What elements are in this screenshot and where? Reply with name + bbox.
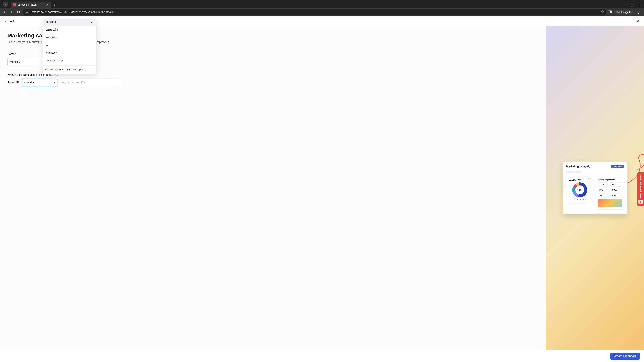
metric-cell: 700—	[598, 193, 609, 198]
dropdown-option-label: is	[46, 43, 48, 46]
dropdown-option-label: contains	[46, 20, 56, 23]
preview-pane: Marketing campaign + Add widget Top traf…	[546, 26, 644, 350]
metric-change: ▲	[606, 184, 608, 185]
dropdown-option[interactable]: matches regex	[43, 57, 96, 64]
metric-change: —	[619, 184, 620, 185]
plus-icon: +	[613, 165, 614, 167]
browser-toolbar: insights.hotjar.com/sites/3814994/dashbo…	[0, 8, 644, 16]
footer-bar: Create dashboard	[0, 350, 644, 362]
metric-change: ●	[619, 189, 620, 191]
arrow-left-icon	[3, 19, 7, 23]
header-close-button[interactable]: ✕	[635, 18, 641, 24]
filter-chip	[566, 171, 574, 173]
nav-back-button[interactable]	[2, 9, 8, 15]
omnibox[interactable]: insights.hotjar.com/sites/3814994/dashbo…	[23, 9, 606, 15]
site-info-icon[interactable]	[25, 10, 29, 14]
window-close-button[interactable]: ✕	[638, 3, 641, 7]
url-field-label: Page URL	[8, 81, 20, 84]
dropdown-option[interactable]: is exactly	[43, 49, 96, 57]
feedback-tab[interactable]: Rate your experience ☻	[637, 172, 644, 206]
metric-change: —	[619, 195, 620, 196]
metric-value: 4:53m	[612, 189, 617, 191]
url-match-dropdown: contains✓starts withends withisis exactl…	[42, 18, 96, 74]
window-minimize-button[interactable]	[625, 5, 627, 5]
app-header: Back ✕	[0, 16, 644, 26]
donut-chart: 234k	[572, 182, 588, 198]
browser-titlebar: Dashboard - Hotjar ✕ + ✕	[0, 0, 644, 8]
metric-value: 20k	[612, 184, 615, 185]
metric-value: 122.6k	[600, 184, 604, 185]
url-section-label: What is your campaign landing page URL?	[8, 73, 539, 76]
metric-cell: 20k—	[610, 182, 622, 187]
metric-value: 700	[600, 195, 602, 196]
dropdown-option-label: is exactly	[46, 51, 57, 54]
donut-legend	[569, 198, 592, 201]
window-controls: ✕	[622, 3, 644, 8]
smiley-icon: ☻	[638, 200, 643, 204]
tab-favicon	[13, 3, 16, 6]
traffic-channels-card: Top traffic channels 234k	[565, 176, 594, 204]
tab-close-button[interactable]: ✕	[46, 3, 49, 7]
url-input[interactable]	[60, 79, 121, 86]
side-panel-icon[interactable]	[608, 10, 612, 14]
metric-gradient	[598, 199, 622, 207]
dropdown-option-label: matches regex	[46, 59, 64, 62]
back-button[interactable]: Back	[3, 19, 15, 23]
dropdown-option[interactable]: contains✓	[43, 18, 96, 26]
metric-change: —	[606, 195, 608, 196]
check-icon: ✓	[90, 20, 93, 24]
metric-value: 56%	[600, 189, 603, 191]
incognito-label: Incognito	[621, 11, 631, 13]
metric-cell: 56%▲	[598, 188, 609, 192]
metric-cell: 9.3%—	[610, 193, 622, 198]
bookmark-star-icon[interactable]	[601, 10, 604, 14]
caret-down-icon: ▾	[54, 81, 55, 84]
info-icon: i	[46, 68, 48, 71]
browser-menu-button[interactable]: ⋮	[636, 9, 641, 15]
metric-cell: 122.6k▲	[598, 182, 609, 187]
svg-rect-0	[609, 10, 612, 13]
create-dashboard-button[interactable]: Create dashboard	[610, 353, 640, 360]
url-match-select-value: contains	[24, 81, 34, 84]
form-pane: Marketing campaign Learn how your market…	[0, 26, 546, 350]
dropdown-option-label: ends with	[46, 36, 57, 39]
preview-card: Marketing campaign + Add widget Top traf…	[563, 162, 627, 214]
metric-cell: 4:53m●	[610, 188, 622, 192]
metric-change: ▲	[606, 189, 608, 191]
tab-search-button[interactable]	[3, 1, 8, 7]
metric-value: 9.3%	[612, 195, 616, 196]
nav-forward-button[interactable]	[9, 9, 14, 15]
nav-reload-button[interactable]	[16, 9, 22, 15]
new-tab-button[interactable]: +	[52, 2, 57, 7]
dropdown-option[interactable]: ends with	[43, 33, 96, 41]
omnibox-url: insights.hotjar.com/sites/3814994/dashbo…	[31, 10, 599, 13]
app-viewport: Back ✕ Marketing campaign Learn how your…	[0, 16, 644, 362]
tab-title: Dashboard - Hotjar	[18, 3, 46, 6]
feedback-label: Rate your experience	[640, 175, 642, 198]
dropdown-option[interactable]: is	[43, 41, 96, 49]
dropdown-option[interactable]: starts with	[43, 26, 96, 33]
landing-metrics-card: Landing page metrics 122.6k▲20k—56%▲4:53…	[596, 177, 624, 210]
dropdown-footer-label: More about URL filtering optio…	[50, 68, 86, 71]
browser-tab-active[interactable]: Dashboard - Hotjar ✕	[11, 2, 51, 8]
filter-chip	[575, 171, 581, 173]
dropdown-footer-link[interactable]: i More about URL filtering optio…	[43, 65, 96, 73]
url-match-select[interactable]: contains ▾	[22, 79, 57, 86]
add-widget-button[interactable]: + Add widget	[611, 165, 624, 168]
window-maximize-button[interactable]	[632, 4, 634, 6]
incognito-chip[interactable]: Incognito	[614, 9, 634, 14]
back-label: Back	[8, 19, 15, 23]
dropdown-option-label: starts with	[46, 28, 58, 31]
